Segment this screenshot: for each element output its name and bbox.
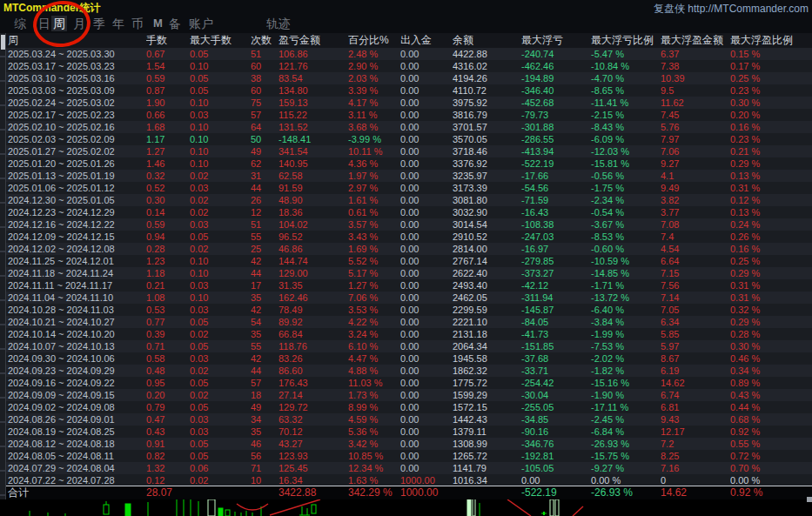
cell: 1.23 [146, 255, 190, 267]
cell: 57 [251, 109, 278, 121]
column-header-1[interactable]: 周 [0, 33, 146, 48]
menu-item-5[interactable]: 季 [93, 16, 105, 31]
table-row[interactable]: 2025.02.03 ~ 2025.02.091.170.1050-148.41… [0, 133, 812, 145]
total-cell: 14.62 [661, 486, 730, 499]
column-header-4[interactable]: 次数 [251, 33, 278, 48]
table-row[interactable]: 2024.09.09 ~ 2024.09.150.200.021827.141.… [0, 389, 812, 401]
cell: 0.94 [146, 231, 190, 243]
menu-item-1[interactable]: 综 [14, 16, 26, 31]
cell: 129.00 [278, 267, 348, 279]
table-row[interactable]: 2024.10.21 ~ 2024.10.270.770.055489.924.… [0, 316, 812, 328]
cell: 1.90 [146, 97, 190, 109]
cell: 0.00 [400, 182, 453, 194]
cell: 3.24 % [348, 328, 400, 340]
column-header-3[interactable]: 最大手数 [190, 33, 251, 48]
vertical-scrollbar[interactable] [0, 33, 6, 499]
table-row[interactable]: 2024.12.02 ~ 2024.12.080.280.022546.861.… [0, 243, 812, 255]
cell: 0.31 % [730, 182, 812, 194]
table-row[interactable]: 2025.03.17 ~ 2025.03.231.540.1060121.762… [0, 60, 812, 72]
table-row[interactable]: 2024.09.30 ~ 2024.10.060.580.034283.264.… [0, 352, 812, 365]
table-row[interactable]: 2024.08.12 ~ 2024.08.180.910.054643.273.… [0, 438, 812, 450]
cell: 50 [251, 133, 278, 145]
cell: 0.66 [146, 109, 190, 121]
cell: 2.48 % [348, 48, 400, 60]
menu-item-4[interactable]: 月 [73, 16, 85, 31]
cell: 0.00 [400, 292, 453, 304]
table-row[interactable]: 2024.11.25 ~ 2024.12.011.230.1042144.745… [0, 255, 812, 267]
table-row[interactable]: 2025.03.24 ~ 2025.03.300.670.0551106.862… [0, 48, 812, 60]
table-row[interactable]: 2024.10.14 ~ 2024.10.200.390.023566.843.… [0, 328, 812, 340]
cell: 0.00 [400, 267, 453, 279]
column-header-12[interactable]: 最大浮盈比例 [730, 33, 812, 48]
table-row[interactable]: 2024.07.29 ~ 2024.08.041.320.0671125.451… [0, 462, 812, 474]
table-row[interactable]: 2024.08.19 ~ 2024.08.250.430.033570.125.… [0, 426, 812, 438]
cell: 4.59 % [348, 413, 400, 426]
table-row[interactable]: 2025.01.27 ~ 2025.02.021.270.1049341.541… [0, 145, 812, 157]
table-row[interactable]: 2025.02.10 ~ 2025.02.161.680.1064131.523… [0, 121, 812, 133]
table-row[interactable]: 2024.11.04 ~ 2024.11.101.080.1035162.467… [0, 292, 812, 304]
menu-item-2[interactable]: 日 [38, 16, 50, 31]
menu-item-10[interactable]: 账户 [189, 16, 213, 31]
cell: 3.53 % [348, 304, 400, 316]
table-row[interactable]: 2024.09.02 ~ 2024.09.080.790.0549129.728… [0, 401, 812, 413]
table-row[interactable]: 2024.11.18 ~ 2024.11.241.180.1044129.005… [0, 267, 812, 279]
cell: -2.45 % [591, 413, 661, 426]
cell: -108.38 [521, 218, 591, 231]
column-header-7[interactable]: 出入金 [400, 33, 453, 48]
menu-item-3[interactable]: 周 [51, 16, 67, 31]
table-row[interactable]: 2024.09.16 ~ 2024.09.220.950.0557176.431… [0, 377, 812, 389]
column-header-9[interactable]: 最大浮亏 [521, 33, 591, 48]
table-row[interactable]: 2024.10.28 ~ 2024.11.030.530.034278.493.… [0, 304, 812, 316]
table-row[interactable]: 2025.02.17 ~ 2025.02.230.660.0357115.223… [0, 109, 812, 121]
column-header-2[interactable]: 手数 [146, 33, 190, 48]
cell: 0.92 % [730, 426, 812, 438]
cell: 3.11 % [348, 109, 400, 121]
column-header-5[interactable]: 盈亏金额 [278, 33, 348, 48]
table-row[interactable]: 2024.07.22 ~ 2024.07.280.120.021016.341.… [0, 474, 812, 486]
cell: 0.21 % [730, 145, 812, 157]
table-row[interactable]: 2024.08.05 ~ 2024.08.110.820.0556123.931… [0, 450, 812, 462]
menu-item-6[interactable]: 年 [112, 16, 124, 31]
cell: 2025.01.06 ~ 2025.01.12 [0, 182, 146, 194]
scrollbar-thumb[interactable] [1, 35, 5, 50]
cell: 0.55 % [730, 438, 812, 450]
cell: 6.74 [661, 389, 730, 401]
table-row[interactable]: 2024.12.23 ~ 2024.12.290.140.021218.360.… [0, 206, 812, 218]
cell: 176.43 [278, 377, 348, 389]
table-row[interactable]: 2024.10.07 ~ 2024.10.130.710.0555118.766… [0, 340, 812, 352]
mtcommander-stats-window: MTCommander统计 复盘侠 http://MTCommander.com… [0, 0, 812, 516]
cell: 55 [251, 231, 278, 243]
table-row[interactable]: 2025.03.03 ~ 2025.03.090.870.0560134.803… [0, 84, 812, 97]
table-row[interactable]: 2024.08.26 ~ 2024.09.010.470.033463.324.… [0, 413, 812, 426]
menu-item-7[interactable]: 币 [131, 16, 144, 31]
cell: 51 [251, 48, 278, 60]
menu-item-9[interactable]: 备 [169, 16, 181, 31]
cell: 2025.01.13 ~ 2025.01.19 [0, 170, 146, 182]
table-row[interactable]: 2024.12.30 ~ 2025.01.050.300.022648.901.… [0, 194, 812, 206]
column-header-8[interactable]: 余额 [453, 33, 521, 48]
table-row[interactable]: 2024.11.11 ~ 2024.11.170.210.031731.351.… [0, 279, 812, 292]
cell: 3.42 % [348, 438, 400, 450]
table-row[interactable]: 2025.02.24 ~ 2025.03.021.900.1075159.134… [0, 97, 812, 109]
cell: 1.61 % [348, 194, 400, 206]
cell: 0.59 [146, 218, 190, 231]
cell: 134.80 [278, 84, 348, 97]
menu-item-8[interactable]: M [153, 16, 163, 31]
cell: 0.00 [400, 426, 453, 438]
column-header-6[interactable]: 百分比% [348, 33, 400, 48]
column-header-11[interactable]: 最大浮盈金额 [661, 33, 730, 48]
cell: 0.02 [190, 206, 251, 218]
cell: 0.02 [190, 243, 251, 255]
table-row[interactable]: 2024.09.23 ~ 2024.09.290.480.024486.604.… [0, 365, 812, 377]
menu-item-11[interactable]: 轨迹 [266, 16, 291, 31]
table-row[interactable]: 2024.12.09 ~ 2024.12.150.940.055596.523.… [0, 231, 812, 243]
table-row[interactable]: 2025.01.13 ~ 2025.01.190.320.023162.581.… [0, 170, 812, 182]
cell: 1.97 % [348, 170, 400, 182]
table-row[interactable]: 2025.01.06 ~ 2025.01.120.520.034491.592.… [0, 182, 812, 194]
cell: -0.54 % [591, 206, 661, 218]
table-row[interactable]: 2025.03.10 ~ 2025.03.160.590.053883.542.… [0, 72, 812, 84]
table-row[interactable]: 2024.12.16 ~ 2024.12.220.590.0351104.023… [0, 218, 812, 231]
cell: 44 [251, 267, 278, 279]
column-header-10[interactable]: 最大浮亏比例 [591, 33, 661, 48]
table-row[interactable]: 2025.01.20 ~ 2025.01.261.460.1062140.954… [0, 157, 812, 170]
